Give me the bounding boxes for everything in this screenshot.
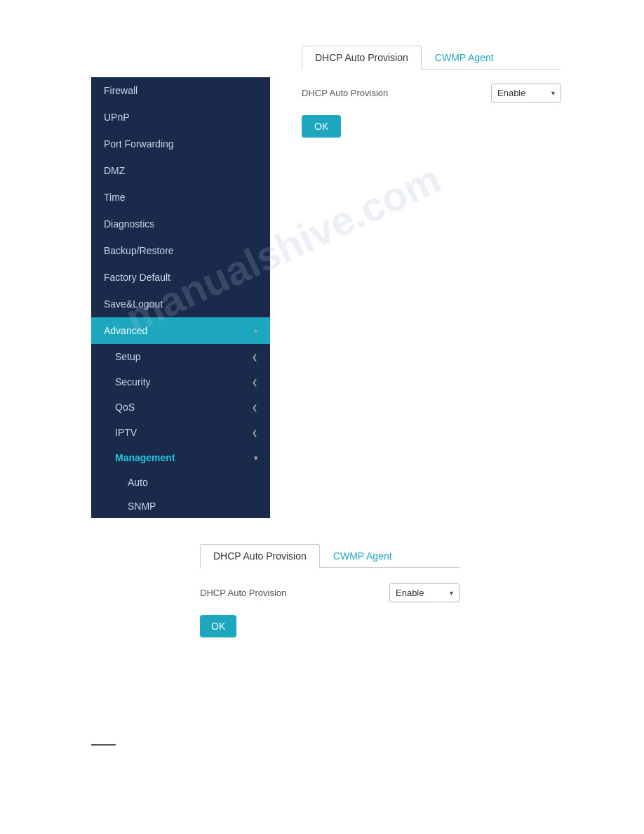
bottom-panel: DHCP Auto Provision CWMP Agent DHCP Auto…: [200, 544, 459, 637]
chevron-down-icon: ▾: [254, 454, 257, 462]
sidebar-item-save-logout[interactable]: Save&Logout: [91, 291, 270, 317]
top-panel: DHCP Auto Provision CWMP Agent DHCP Auto…: [302, 46, 561, 138]
sidebar: Firewall UPnP Port Forwarding DMZ Time D…: [91, 77, 270, 518]
top-form-label: DHCP Auto Provision: [302, 88, 491, 98]
sidebar-subitem-security[interactable]: Security ❮: [91, 369, 270, 395]
sidebar-subitem-auto[interactable]: Auto: [91, 470, 270, 494]
sidebar-item-diagnostics[interactable]: Diagnostics: [91, 211, 270, 237]
bottom-select-wrapper: Enable Disable: [389, 583, 459, 602]
sidebar-subitem-snmp[interactable]: SNMP: [91, 494, 270, 518]
bottom-divider: [91, 744, 116, 746]
sidebar-subitem-management[interactable]: Management ▾: [91, 445, 270, 470]
chevron-down-icon: ▾: [254, 327, 257, 335]
bottom-dhcp-select[interactable]: Enable Disable: [389, 583, 459, 602]
tab-cwmp-agent-top[interactable]: CWMP Agent: [422, 46, 507, 70]
sidebar-item-backup-restore[interactable]: Backup/Restore: [91, 237, 270, 264]
top-form-row: DHCP Auto Provision Enable Disable: [302, 84, 561, 102]
bottom-tab-bar: DHCP Auto Provision CWMP Agent: [200, 544, 459, 568]
sidebar-item-factory-default[interactable]: Factory Default: [91, 264, 270, 291]
tab-cwmp-agent-bottom[interactable]: CWMP Agent: [320, 544, 405, 568]
sidebar-item-advanced[interactable]: Advanced ▾: [91, 317, 270, 344]
top-ok-button[interactable]: OK: [302, 115, 341, 138]
tab-dhcp-auto-provision-bottom[interactable]: DHCP Auto Provision: [200, 544, 320, 568]
bottom-form-label: DHCP Auto Provision: [200, 588, 389, 598]
sidebar-subitem-qos[interactable]: QoS ❮: [91, 395, 270, 420]
sidebar-item-upnp[interactable]: UPnP: [91, 104, 270, 131]
top-select-wrapper: Enable Disable: [491, 84, 561, 102]
chevron-left-icon: ❮: [252, 429, 257, 437]
bottom-ok-button[interactable]: OK: [200, 615, 236, 637]
sidebar-item-firewall[interactable]: Firewall: [91, 77, 270, 104]
chevron-left-icon: ❮: [252, 404, 257, 411]
tab-dhcp-auto-provision-top[interactable]: DHCP Auto Provision: [302, 46, 422, 70]
chevron-left-icon: ❮: [252, 353, 257, 361]
sidebar-item-port-forwarding[interactable]: Port Forwarding: [91, 131, 270, 157]
chevron-left-icon: ❮: [252, 378, 257, 386]
bottom-form-row: DHCP Auto Provision Enable Disable: [200, 583, 459, 602]
sidebar-subitem-setup[interactable]: Setup ❮: [91, 344, 270, 369]
sidebar-item-dmz[interactable]: DMZ: [91, 157, 270, 184]
sidebar-item-time[interactable]: Time: [91, 184, 270, 211]
top-dhcp-select[interactable]: Enable Disable: [491, 84, 561, 102]
sidebar-subitem-iptv[interactable]: IPTV ❮: [91, 420, 270, 445]
top-tab-bar: DHCP Auto Provision CWMP Agent: [302, 46, 561, 70]
